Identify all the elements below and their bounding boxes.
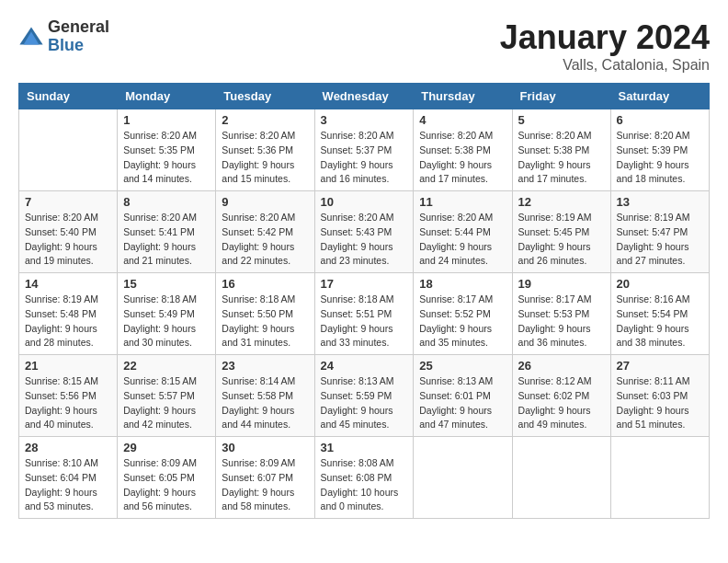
calendar-day-cell: 31Sunrise: 8:08 AM Sunset: 6:08 PM Dayli…: [314, 437, 414, 519]
calendar-day-cell: 29Sunrise: 8:09 AM Sunset: 6:05 PM Dayli…: [118, 437, 216, 519]
day-number: 21: [25, 359, 111, 373]
day-detail: Sunrise: 8:13 AM Sunset: 6:01 PM Dayligh…: [419, 374, 506, 432]
day-detail: Sunrise: 8:16 AM Sunset: 5:54 PM Dayligh…: [617, 293, 703, 350]
calendar-day-cell: 14Sunrise: 8:19 AM Sunset: 5:48 PM Dayli…: [19, 273, 118, 355]
calendar-day-cell: 17Sunrise: 8:18 AM Sunset: 5:51 PM Dayli…: [314, 273, 414, 355]
day-number: 23: [222, 359, 308, 373]
day-number: 13: [617, 195, 703, 209]
day-detail: Sunrise: 8:20 AM Sunset: 5:37 PM Dayligh…: [321, 129, 408, 187]
day-detail: Sunrise: 8:20 AM Sunset: 5:38 PM Dayligh…: [518, 129, 605, 187]
day-number: 2: [222, 113, 308, 127]
calendar-day-cell: 2Sunrise: 8:20 AM Sunset: 5:36 PM Daylig…: [216, 109, 314, 191]
day-detail: Sunrise: 8:08 AM Sunset: 6:08 PM Dayligh…: [321, 456, 408, 514]
day-number: 20: [617, 277, 703, 291]
logo-text: General Blue: [48, 18, 109, 55]
weekday-header-cell: Saturday: [610, 84, 709, 109]
calendar-day-cell: 11Sunrise: 8:20 AM Sunset: 5:44 PM Dayli…: [414, 191, 512, 273]
calendar-day-cell: 22Sunrise: 8:15 AM Sunset: 5:57 PM Dayli…: [118, 355, 216, 437]
calendar-day-cell: 16Sunrise: 8:18 AM Sunset: 5:50 PM Dayli…: [216, 273, 314, 355]
day-detail: Sunrise: 8:20 AM Sunset: 5:40 PM Dayligh…: [25, 211, 111, 269]
weekday-header-cell: Monday: [118, 84, 216, 109]
day-detail: Sunrise: 8:20 AM Sunset: 5:39 PM Dayligh…: [617, 129, 703, 187]
calendar-day-cell: 4Sunrise: 8:20 AM Sunset: 5:38 PM Daylig…: [414, 109, 512, 191]
weekday-header-row: SundayMondayTuesdayWednesdayThursdayFrid…: [19, 84, 710, 109]
day-number: 28: [25, 441, 111, 454]
calendar-week-row: 7Sunrise: 8:20 AM Sunset: 5:40 PM Daylig…: [19, 191, 710, 273]
location-title: Valls, Catalonia, Spain: [500, 57, 710, 74]
day-detail: Sunrise: 8:18 AM Sunset: 5:50 PM Dayligh…: [222, 293, 308, 350]
day-detail: Sunrise: 8:17 AM Sunset: 5:52 PM Dayligh…: [419, 293, 506, 350]
weekday-header-cell: Wednesday: [314, 84, 414, 109]
calendar-table: SundayMondayTuesdayWednesdayThursdayFrid…: [18, 83, 710, 519]
calendar-day-cell: 13Sunrise: 8:19 AM Sunset: 5:47 PM Dayli…: [610, 191, 709, 273]
calendar-day-cell: 23Sunrise: 8:14 AM Sunset: 5:58 PM Dayli…: [216, 355, 314, 437]
day-number: 19: [518, 277, 605, 291]
day-number: 31: [321, 441, 408, 454]
weekday-header-cell: Sunday: [19, 84, 118, 109]
day-detail: Sunrise: 8:12 AM Sunset: 6:02 PM Dayligh…: [518, 374, 605, 432]
day-detail: Sunrise: 8:20 AM Sunset: 5:36 PM Dayligh…: [222, 129, 308, 187]
calendar-day-cell: 5Sunrise: 8:20 AM Sunset: 5:38 PM Daylig…: [512, 109, 610, 191]
calendar-day-cell: [512, 437, 610, 519]
calendar-day-cell: 3Sunrise: 8:20 AM Sunset: 5:37 PM Daylig…: [314, 109, 414, 191]
day-number: 27: [617, 359, 703, 373]
day-detail: Sunrise: 8:19 AM Sunset: 5:47 PM Dayligh…: [617, 211, 703, 269]
title-block: January 2024 Valls, Catalonia, Spain: [500, 18, 710, 74]
calendar-day-cell: [19, 109, 118, 191]
day-number: 4: [419, 113, 506, 127]
day-detail: Sunrise: 8:14 AM Sunset: 5:58 PM Dayligh…: [222, 374, 308, 432]
calendar-day-cell: [414, 437, 512, 519]
calendar-day-cell: 8Sunrise: 8:20 AM Sunset: 5:41 PM Daylig…: [118, 191, 216, 273]
weekday-header-cell: Thursday: [414, 84, 512, 109]
day-detail: Sunrise: 8:18 AM Sunset: 5:49 PM Dayligh…: [123, 293, 210, 350]
day-number: 14: [25, 277, 111, 291]
calendar-day-cell: 20Sunrise: 8:16 AM Sunset: 5:54 PM Dayli…: [610, 273, 709, 355]
day-number: 18: [419, 277, 506, 291]
calendar-day-cell: 7Sunrise: 8:20 AM Sunset: 5:40 PM Daylig…: [19, 191, 118, 273]
day-detail: Sunrise: 8:19 AM Sunset: 5:48 PM Dayligh…: [25, 293, 111, 350]
calendar-day-cell: 21Sunrise: 8:15 AM Sunset: 5:56 PM Dayli…: [19, 355, 118, 437]
day-detail: Sunrise: 8:09 AM Sunset: 6:05 PM Dayligh…: [123, 456, 210, 514]
day-number: 10: [321, 195, 408, 209]
calendar-day-cell: 1Sunrise: 8:20 AM Sunset: 5:35 PM Daylig…: [118, 109, 216, 191]
day-detail: Sunrise: 8:20 AM Sunset: 5:43 PM Dayligh…: [321, 211, 408, 269]
day-number: 3: [321, 113, 408, 127]
day-number: 11: [419, 195, 506, 209]
day-number: 29: [123, 441, 210, 454]
calendar-week-row: 14Sunrise: 8:19 AM Sunset: 5:48 PM Dayli…: [19, 273, 710, 355]
day-detail: Sunrise: 8:15 AM Sunset: 5:57 PM Dayligh…: [123, 374, 210, 432]
day-number: 30: [222, 441, 308, 454]
day-number: 25: [419, 359, 506, 373]
day-number: 17: [321, 277, 408, 291]
day-detail: Sunrise: 8:11 AM Sunset: 6:03 PM Dayligh…: [617, 374, 703, 432]
weekday-header-cell: Tuesday: [216, 84, 314, 109]
calendar-day-cell: 27Sunrise: 8:11 AM Sunset: 6:03 PM Dayli…: [610, 355, 709, 437]
day-number: 6: [617, 113, 703, 127]
day-number: 9: [222, 195, 308, 209]
calendar-day-cell: 25Sunrise: 8:13 AM Sunset: 6:01 PM Dayli…: [414, 355, 512, 437]
calendar-day-cell: 10Sunrise: 8:20 AM Sunset: 5:43 PM Dayli…: [314, 191, 414, 273]
calendar-week-row: 21Sunrise: 8:15 AM Sunset: 5:56 PM Dayli…: [19, 355, 710, 437]
day-detail: Sunrise: 8:20 AM Sunset: 5:35 PM Dayligh…: [123, 129, 210, 187]
month-title: January 2024: [500, 18, 710, 57]
day-number: 1: [123, 113, 210, 127]
calendar-day-cell: 30Sunrise: 8:09 AM Sunset: 6:07 PM Dayli…: [216, 437, 314, 519]
day-detail: Sunrise: 8:19 AM Sunset: 5:45 PM Dayligh…: [518, 211, 605, 269]
calendar-day-cell: 6Sunrise: 8:20 AM Sunset: 5:39 PM Daylig…: [610, 109, 709, 191]
day-number: 26: [518, 359, 605, 373]
day-number: 15: [123, 277, 210, 291]
day-number: 24: [321, 359, 408, 373]
day-number: 16: [222, 277, 308, 291]
calendar-day-cell: 19Sunrise: 8:17 AM Sunset: 5:53 PM Dayli…: [512, 273, 610, 355]
calendar-week-row: 1Sunrise: 8:20 AM Sunset: 5:35 PM Daylig…: [19, 109, 710, 191]
day-detail: Sunrise: 8:20 AM Sunset: 5:42 PM Dayligh…: [222, 211, 308, 269]
logo-general: General: [48, 18, 109, 37]
calendar-day-cell: 26Sunrise: 8:12 AM Sunset: 6:02 PM Dayli…: [512, 355, 610, 437]
weekday-header-cell: Friday: [512, 84, 610, 109]
logo: General Blue: [18, 18, 109, 55]
day-detail: Sunrise: 8:17 AM Sunset: 5:53 PM Dayligh…: [518, 293, 605, 350]
day-detail: Sunrise: 8:20 AM Sunset: 5:38 PM Dayligh…: [419, 129, 506, 187]
day-number: 8: [123, 195, 210, 209]
day-detail: Sunrise: 8:09 AM Sunset: 6:07 PM Dayligh…: [222, 456, 308, 514]
day-number: 12: [518, 195, 605, 209]
